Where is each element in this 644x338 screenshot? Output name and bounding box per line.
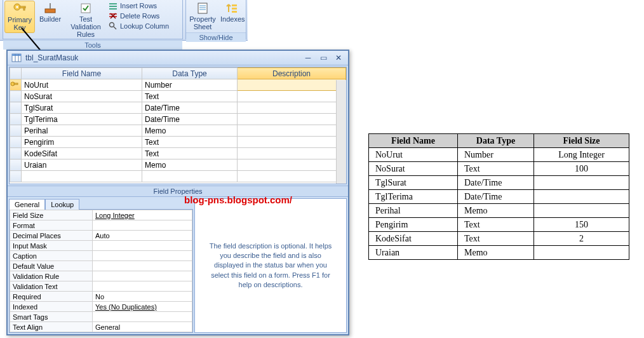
description-cell[interactable] — [238, 159, 346, 171]
ribbon-group-tools-label: Tools — [3, 40, 182, 50]
tab-general[interactable]: General — [9, 199, 45, 210]
builder-button[interactable]: Builder — [35, 1, 65, 24]
row-selector[interactable] — [10, 79, 22, 91]
col-header-desc[interactable]: Description — [238, 68, 346, 79]
field-name-cell[interactable]: Uraian — [22, 159, 142, 171]
properties-grid[interactable]: Field SizeLong IntegerFormatDecimal Plac… — [10, 210, 192, 332]
ref-field: Pengirim — [369, 218, 458, 232]
watermark-text: blog-pns.blogspot.com/ — [184, 194, 292, 205]
row-selector[interactable] — [10, 125, 22, 137]
select-all-corner[interactable] — [10, 68, 22, 79]
prop-value[interactable]: Long Integer — [93, 210, 192, 220]
data-type-cell[interactable]: Memo — [142, 125, 238, 137]
field-name-cell[interactable]: NoUrut — [22, 79, 142, 91]
prop-value[interactable]: Auto — [93, 231, 192, 241]
ref-type: Memo — [458, 204, 534, 218]
svg-rect-18 — [232, 4, 237, 6]
primary-key-button[interactable]: Primary Key — [4, 1, 35, 33]
lookup-column-button[interactable]: Lookup Column — [106, 21, 171, 31]
prop-key: Default Value — [10, 261, 93, 271]
row-selector[interactable] — [10, 114, 22, 125]
indexes-label: Indexes — [220, 15, 245, 23]
key-icon — [12, 3, 27, 15]
prop-value[interactable] — [93, 251, 192, 261]
ref-field: TglSurat — [369, 176, 458, 190]
field-name-cell[interactable]: Pengirim — [22, 137, 142, 148]
description-cell[interactable] — [238, 102, 346, 114]
field-name-cell[interactable]: KodeSifat — [22, 148, 142, 159]
close-button[interactable]: ✕ — [333, 53, 344, 62]
description-cell[interactable] — [238, 171, 346, 182]
description-cell[interactable] — [238, 79, 346, 91]
ribbon-group-showhide: Property Sheet Indexes Show/Hide — [185, 0, 246, 39]
tab-lookup[interactable]: Lookup — [45, 199, 79, 210]
ref-size — [534, 246, 629, 260]
property-sheet-icon — [195, 2, 210, 15]
ref-field: TglTerima — [369, 190, 458, 204]
prop-value[interactable]: No — [93, 292, 192, 302]
description-cell[interactable] — [238, 137, 346, 148]
prop-value[interactable] — [93, 281, 192, 292]
prop-value[interactable]: General — [93, 322, 192, 332]
ref-header-field: Field Name — [369, 134, 458, 148]
help-hint: The field description is optional. It he… — [194, 198, 347, 333]
field-grid[interactable]: Field Name Data Type Description NoUrutN… — [9, 67, 347, 184]
delete-rows-button[interactable]: Delete Rows — [106, 11, 171, 21]
ref-size: 100 — [534, 162, 629, 176]
row-selector[interactable] — [10, 91, 22, 102]
data-type-cell[interactable]: Text — [142, 91, 238, 102]
row-selector[interactable] — [10, 137, 22, 148]
description-cell[interactable] — [238, 125, 346, 137]
data-type-cell[interactable]: Date/Time — [142, 102, 238, 114]
field-name-cell[interactable] — [22, 171, 142, 182]
maximize-button[interactable]: ▭ — [318, 53, 329, 62]
prop-value[interactable] — [93, 241, 192, 251]
test-validation-button[interactable]: Test Validation Rules — [65, 1, 106, 39]
field-properties-label: Field Properties — [8, 186, 348, 197]
prop-value[interactable] — [93, 271, 192, 281]
data-type-cell[interactable]: Text — [142, 148, 238, 159]
prop-value[interactable] — [93, 312, 192, 322]
data-type-cell[interactable]: Text — [142, 137, 238, 148]
minimize-button[interactable]: ─ — [302, 53, 314, 62]
field-name-cell[interactable]: Perihal — [22, 125, 142, 137]
field-name-cell[interactable]: NoSurat — [22, 91, 142, 102]
prop-value[interactable]: Yes (No Duplicates) — [93, 302, 192, 312]
data-type-cell[interactable]: Date/Time — [142, 114, 238, 125]
description-cell[interactable] — [238, 114, 346, 125]
ref-type: Date/Time — [458, 190, 534, 204]
titlebar[interactable]: tbl_SuratMasuk ─ ▭ ✕ — [8, 51, 348, 65]
row-selector[interactable] — [10, 148, 22, 159]
svg-rect-3 — [23, 8, 25, 10]
svg-rect-4 — [45, 9, 55, 13]
prop-key: Format — [10, 220, 93, 231]
data-type-cell[interactable]: Memo — [142, 159, 238, 171]
row-selector[interactable] — [10, 102, 22, 114]
insert-rows-button[interactable]: Insert Rows — [106, 1, 171, 11]
vertical-scrollbar[interactable] — [336, 80, 346, 184]
ref-type: Text — [458, 218, 534, 232]
field-properties-pane: General Lookup Field SizeLong IntegerFor… — [9, 198, 347, 333]
field-name-cell[interactable]: TglSurat — [22, 102, 142, 114]
ref-field: Perihal — [369, 204, 458, 218]
field-name-cell[interactable]: TglTerima — [22, 114, 142, 125]
data-type-cell[interactable] — [142, 171, 238, 182]
col-header-type[interactable]: Data Type — [142, 68, 238, 79]
check-icon — [78, 2, 93, 15]
prop-value[interactable] — [93, 261, 192, 271]
delete-rows-label: Delete Rows — [120, 12, 159, 20]
description-cell[interactable] — [238, 91, 346, 102]
row-selector[interactable] — [10, 159, 22, 171]
prop-key: Indexed — [10, 302, 93, 312]
ref-field: NoUrut — [369, 148, 458, 162]
data-type-cell[interactable]: Number — [142, 79, 238, 91]
prop-value[interactable] — [93, 220, 192, 231]
svg-rect-24 — [12, 54, 21, 56]
row-selector[interactable] — [10, 171, 22, 182]
indexes-button[interactable]: Indexes — [218, 1, 248, 24]
description-cell[interactable] — [238, 148, 346, 159]
ref-type: Memo — [458, 246, 534, 260]
property-sheet-button[interactable]: Property Sheet — [187, 1, 218, 32]
ribbon-group-tools: Primary Key Builder Test Validation Rule… — [3, 0, 183, 39]
col-header-field[interactable]: Field Name — [22, 68, 142, 79]
